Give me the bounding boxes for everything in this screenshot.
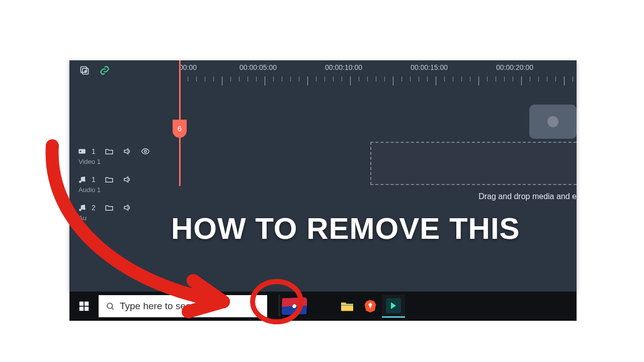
track-name: Audio 1 [78,186,173,194]
taskbar-search[interactable]: Type here to search [99,295,267,317]
flag-icon [281,297,307,315]
ruler-mark: 00:00 [179,63,197,71]
playhead-handle[interactable]: 6 [173,120,187,138]
video-track-header[interactable]: 1 Video 1 [77,142,173,170]
filmora-app-button[interactable] [382,295,405,318]
mute-icon[interactable] [123,147,132,156]
audio-track-header[interactable]: 1 Audio 1 [77,170,173,198]
video-editor-panel: 6 00:00 00:00:05:00 00:00:10:00 00:00:15… [69,60,577,292]
timeline-ruler[interactable]: 00:00 00:00:05:00 00:00:10:00 00:00:15:0… [179,63,577,87]
search-placeholder-text: Type here to search [120,301,204,312]
track-name: Au [78,214,173,222]
track-headers: 1 Video 1 1 Audio 1 2 Au [77,142,173,226]
audio-track-icon [77,175,87,184]
svg-rect-12 [85,302,89,306]
svg-point-5 [80,150,82,152]
timeline-top-controls [79,65,110,75]
audio-track-header-2[interactable]: 2 Au [77,198,173,226]
brave-browser-button[interactable] [359,295,382,318]
audio-track-icon [77,203,87,212]
track-name: Video 1 [78,158,173,165]
media-drop-zone[interactable] [370,142,577,185]
folder-icon[interactable] [105,175,114,184]
svg-rect-13 [79,307,84,311]
link-clips-icon[interactable] [100,65,110,75]
mute-icon[interactable] [123,175,132,184]
flag-pole [278,295,280,317]
svg-rect-4 [78,149,86,153]
ruler-mark: 00:00:10:00 [325,63,362,71]
svg-point-8 [83,179,86,182]
start-button[interactable] [69,292,99,321]
taskbar-flag-widget[interactable] [280,297,308,316]
windows-logo-icon [78,301,90,312]
clip-thumbnail[interactable] [529,105,577,139]
filmora-icon [386,298,401,313]
annotation-title: HOW TO REMOVE THIS [171,211,520,246]
visibility-icon[interactable] [141,147,150,156]
ruler-ticks [179,76,577,87]
mute-icon[interactable] [123,203,132,212]
svg-line-16 [112,308,113,309]
svg-point-7 [79,180,82,183]
video-track-icon [77,147,87,156]
svg-point-10 [83,208,86,210]
file-explorer-button[interactable] [336,295,359,318]
brave-icon [363,299,378,314]
ruler-mark: 00:00:20:00 [496,63,533,71]
track-index: 2 [92,204,96,212]
folder-icon[interactable] [105,147,114,156]
ruler-mark: 00:00:05:00 [239,63,277,71]
svg-rect-11 [79,302,84,306]
windows-taskbar: Type here to search [69,292,577,321]
playhead-label: 6 [178,125,182,133]
track-index: 1 [92,147,96,155]
svg-rect-14 [85,307,89,311]
svg-point-9 [79,209,82,211]
svg-point-6 [144,150,147,152]
track-index: 1 [92,175,96,184]
add-media-icon[interactable] [79,65,90,75]
ruler-mark: 00:00:15:00 [411,63,448,71]
folder-icon[interactable] [105,203,114,212]
drop-hint-text: Drag and drop media and e [478,192,577,201]
search-icon [106,302,115,311]
svg-point-15 [107,303,113,309]
folder-icon [340,300,355,312]
